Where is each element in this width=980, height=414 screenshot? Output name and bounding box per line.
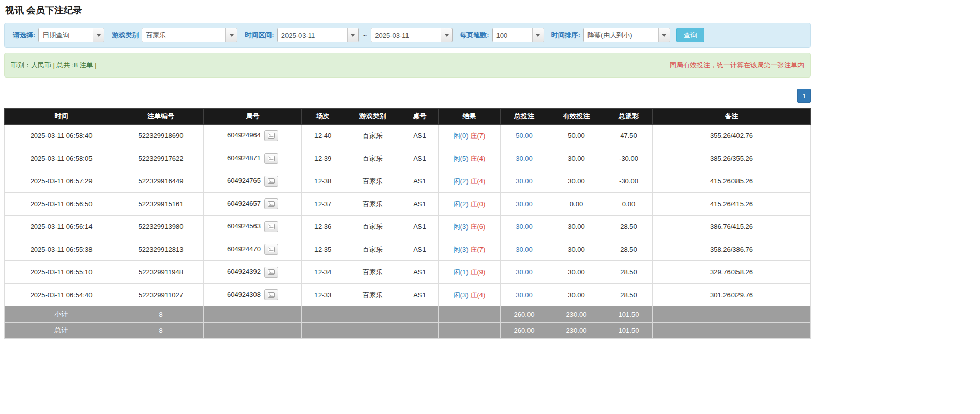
round-media-button[interactable] — [264, 153, 278, 164]
game-type-input[interactable] — [142, 28, 225, 42]
video-replay-icon — [268, 247, 275, 252]
cell-table-no: AS1 — [401, 216, 439, 238]
cell-game-type: 百家乐 — [344, 216, 401, 238]
cell-game-type: 百家乐 — [344, 261, 401, 284]
cell-bet-id: 522329918690 — [118, 125, 204, 147]
video-replay-icon — [268, 269, 275, 275]
result-banker: 庄(4) — [471, 177, 486, 185]
table-row: 2025-03-11 06:56:14 522329913980 6049245… — [5, 216, 811, 238]
total-bet-link[interactable]: 30.00 — [516, 246, 533, 253]
chevron-down-icon[interactable] — [93, 28, 104, 42]
round-id-text: 604924765 — [227, 177, 261, 185]
round-media-button[interactable] — [264, 198, 278, 209]
cell-game-type: 百家乐 — [344, 147, 401, 170]
subtotal-valid-bet: 230.00 — [548, 306, 605, 323]
chevron-down-icon[interactable] — [441, 28, 452, 42]
empty-cell — [653, 306, 811, 323]
date-to-input[interactable] — [371, 28, 441, 42]
round-media-button[interactable] — [264, 289, 278, 300]
header-total-payout: 总派彩 — [605, 109, 653, 125]
total-bet-link[interactable]: 30.00 — [516, 223, 533, 231]
total-bet-link[interactable]: 30.00 — [516, 200, 533, 208]
cell-result: 闲(0)庄(7) — [439, 125, 501, 147]
page-size-input[interactable] — [493, 28, 532, 42]
cell-total-payout: -30.00 — [605, 147, 653, 170]
subtotal-row: 小计 8 260.00 230.00 101.50 — [5, 306, 811, 323]
cell-session: 12-35 — [302, 238, 344, 261]
header-game-type: 游戏类别 — [344, 109, 401, 125]
cell-round-id: 604924308 — [204, 284, 302, 306]
date-from-input[interactable] — [278, 28, 347, 42]
sort-order-combobox[interactable] — [583, 28, 670, 42]
page-1-button[interactable]: 1 — [797, 89, 811, 103]
game-type-combobox[interactable] — [142, 28, 237, 42]
cell-total-bet: 50.00 — [501, 125, 548, 147]
cell-table-no: AS1 — [401, 284, 439, 306]
empty-cell — [439, 306, 501, 323]
round-media-button[interactable] — [264, 130, 278, 141]
cell-game-type: 百家乐 — [344, 238, 401, 261]
query-type-input[interactable] — [39, 28, 93, 42]
cell-valid-bet: 50.00 — [548, 125, 605, 147]
header-table-no: 桌号 — [401, 109, 439, 125]
cell-valid-bet: 30.00 — [548, 216, 605, 238]
round-id-text: 604924308 — [227, 290, 261, 298]
round-media-button[interactable] — [264, 221, 278, 232]
date-to-combobox[interactable] — [371, 28, 453, 42]
chevron-down-icon[interactable] — [225, 28, 237, 42]
query-type-combobox[interactable] — [38, 28, 104, 42]
grand-total-label: 总计 — [5, 323, 118, 339]
total-bet-link[interactable]: 50.00 — [516, 132, 533, 140]
cell-total-bet: 30.00 — [501, 216, 548, 238]
cell-round-id: 604924470 — [204, 238, 302, 261]
status-bar: 币别：人民币 | 总共 :8 注单 | 同局有效投注，统一计算在该局第一张注单内 — [4, 53, 811, 78]
result-banker: 庄(9) — [471, 268, 486, 276]
table-body: 2025-03-11 06:58:40 522329918690 6049249… — [5, 125, 811, 306]
cell-valid-bet: 30.00 — [548, 284, 605, 306]
cell-game-type: 百家乐 — [344, 125, 401, 147]
sort-order-input[interactable] — [584, 28, 658, 42]
table-row: 2025-03-11 06:56:50 522329915161 6049246… — [5, 193, 811, 216]
table-row: 2025-03-11 06:55:10 522329911948 6049243… — [5, 261, 811, 284]
round-media-button[interactable] — [264, 244, 278, 255]
table-header-row: 时间 注单编号 局号 场次 游戏类别 桌号 结果 总投注 有效投注 总派彩 备注 — [5, 109, 811, 125]
header-bet-id: 注单编号 — [118, 109, 204, 125]
header-total-bet: 总投注 — [501, 109, 548, 125]
chevron-down-icon[interactable] — [347, 28, 358, 42]
page-size-combobox[interactable] — [492, 28, 544, 42]
search-button[interactable]: 查询 — [676, 28, 704, 42]
cell-total-bet: 30.00 — [501, 284, 548, 306]
round-id-text: 604924871 — [227, 154, 261, 162]
cell-total-bet: 30.00 — [501, 261, 548, 284]
cell-time: 2025-03-11 06:57:29 — [5, 170, 118, 193]
cell-valid-bet: 30.00 — [548, 238, 605, 261]
cell-bet-id: 522329917622 — [118, 147, 204, 170]
video-replay-icon — [268, 292, 275, 298]
cell-total-payout: 28.50 — [605, 261, 653, 284]
grand-total-row: 总计 8 260.00 230.00 101.50 — [5, 323, 811, 339]
empty-cell — [439, 323, 501, 339]
round-media-button[interactable] — [264, 267, 278, 278]
chevron-down-icon[interactable] — [532, 28, 544, 42]
table-row: 2025-03-11 06:58:05 522329917622 6049248… — [5, 147, 811, 170]
total-bet-link[interactable]: 30.00 — [516, 155, 533, 162]
cell-result: 闲(2)庄(4) — [439, 170, 501, 193]
round-id-text: 604924657 — [227, 200, 261, 207]
cell-bet-id: 522329913980 — [118, 216, 204, 238]
chevron-down-icon[interactable] — [658, 28, 670, 42]
cell-session: 12-40 — [302, 125, 344, 147]
filter-bar: 请选择: 游戏类别 时间区间: ~ 每页笔数: 时间排序: — [4, 23, 811, 48]
total-bet-link[interactable]: 30.00 — [516, 177, 533, 185]
header-round-id: 局号 — [204, 109, 302, 125]
total-bet-link[interactable]: 30.00 — [516, 291, 533, 299]
total-bet-link[interactable]: 30.00 — [516, 268, 533, 276]
date-from-combobox[interactable] — [277, 28, 359, 42]
result-player: 闲(3) — [454, 246, 469, 253]
pagination: 1 — [4, 89, 811, 103]
cell-total-bet: 30.00 — [501, 238, 548, 261]
cell-total-payout: 28.50 — [605, 284, 653, 306]
cell-bet-id: 522329916449 — [118, 170, 204, 193]
cell-time: 2025-03-11 06:54:40 — [5, 284, 118, 306]
round-media-button[interactable] — [264, 176, 278, 187]
page-container: 视讯 会员下注纪录 请选择: 游戏类别 时间区间: ~ 每页笔数: 时间排序: — [4, 3, 811, 339]
